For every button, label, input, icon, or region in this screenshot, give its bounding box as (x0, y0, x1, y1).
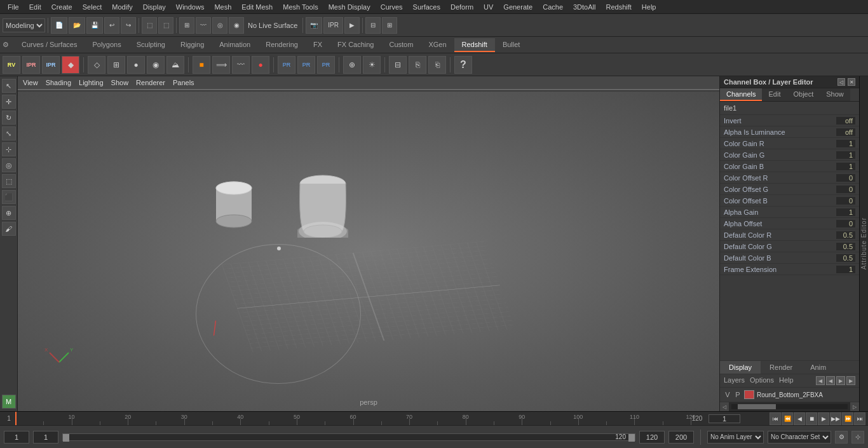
layer-p-toggle[interactable]: P (734, 391, 742, 398)
rotate-btn[interactable]: ↻ (2, 111, 16, 125)
vp-shading[interactable]: Shading (46, 79, 71, 86)
redshift-ipr-btn[interactable]: IPR (22, 56, 40, 74)
dp-subtab-help[interactable]: Help (779, 376, 794, 385)
new-scene-btn[interactable]: 📄 (51, 17, 67, 34)
torus-icon-btn[interactable]: ◉ (147, 56, 165, 74)
lasso-btn[interactable]: ⬚ (158, 17, 173, 34)
timeline-playhead[interactable] (15, 412, 17, 425)
sphere2-icon-btn[interactable]: ● (252, 56, 269, 74)
tab-sculpting[interactable]: Sculpting (129, 38, 173, 52)
lasso2-btn[interactable]: ⬛ (2, 190, 16, 204)
channel-value[interactable]: 1 (836, 151, 855, 159)
anim-end-field[interactable] (639, 431, 665, 444)
play-fwd-btn[interactable]: ▶ (818, 412, 829, 425)
anim-current-field[interactable] (33, 431, 58, 444)
tab-fx[interactable]: FX (306, 38, 330, 52)
rs-grid2-btn[interactable]: ⊟ (389, 56, 407, 74)
menu-3dtoall[interactable]: 3DtoAll (568, 2, 600, 12)
rs-import-btn[interactable]: ⎗ (428, 56, 446, 74)
save-btn[interactable]: 💾 (86, 17, 103, 34)
sphere-icon-btn[interactable]: ● (127, 56, 145, 74)
vp-show[interactable]: Show (111, 79, 129, 86)
move-btn[interactable]: ✛ (2, 95, 16, 109)
snap-curve-btn[interactable]: 〰 (196, 17, 211, 34)
layer-prev2-btn[interactable]: ◀ (826, 376, 835, 385)
anim-layer-select[interactable]: No Anim Layer (707, 431, 764, 444)
menu-surfaces[interactable]: Surfaces (408, 2, 445, 12)
workspace-select[interactable]: Modeling (3, 18, 45, 32)
bc-extra2-btn[interactable]: ⊹ (851, 431, 864, 444)
scroll-thumb[interactable] (738, 404, 776, 409)
scroll-left-btn[interactable]: ◁ (720, 402, 729, 411)
play-stop-btn[interactable]: ⏹ (806, 412, 817, 425)
tab-rigging[interactable]: Rigging (173, 38, 212, 52)
tab-redshift[interactable]: Redshift (454, 38, 495, 52)
vp-panels[interactable]: Panels (173, 79, 194, 86)
anim-total-field[interactable] (668, 431, 694, 444)
select-tool-btn[interactable]: ⬚ (142, 17, 157, 34)
channel-value[interactable]: 1 (836, 208, 855, 216)
channel-value[interactable]: 0.5 (836, 231, 855, 239)
snap-point-btn[interactable]: ◎ (212, 17, 227, 34)
menu-edit[interactable]: Edit (24, 2, 46, 12)
redshift-rv-btn[interactable]: RV (3, 56, 20, 74)
curve-icon-btn[interactable]: 〰 (232, 56, 250, 74)
channel-value[interactable]: 1 (836, 163, 855, 170)
menu-mesh[interactable]: Mesh (209, 2, 236, 12)
range-end-thumb[interactable] (628, 434, 635, 442)
play-last-btn[interactable]: ⏭ (854, 412, 865, 425)
dp-tab-render[interactable]: Render (761, 361, 801, 374)
cb-tab-channels[interactable]: Channels (720, 88, 762, 101)
tab-animation[interactable]: Animation (212, 38, 258, 52)
play-first-btn[interactable]: ⏮ (770, 412, 781, 425)
object-icon-btn[interactable]: ◇ (88, 56, 105, 74)
layer-color-swatch[interactable] (744, 390, 754, 399)
menu-redshift[interactable]: Redshift (600, 2, 636, 12)
redshift-rs-btn[interactable]: ◆ (62, 56, 79, 74)
tab-fx-caching[interactable]: FX Caching (330, 38, 381, 52)
range-slider[interactable]: 120 (62, 433, 635, 441)
dp-subtab-options[interactable]: Options (750, 376, 774, 385)
channel-value[interactable]: 0.5 (836, 254, 855, 262)
tab-xgen[interactable]: XGen (421, 38, 454, 52)
dp-subtab-layers[interactable]: Layers (724, 376, 745, 385)
scroll-right-btn[interactable]: ▷ (850, 402, 859, 411)
rs-pr3-btn[interactable]: PR (317, 56, 335, 74)
arrow-icon-btn[interactable]: ⟹ (212, 56, 230, 74)
menu-edit-mesh[interactable]: Edit Mesh (236, 2, 278, 12)
cb-close-btn[interactable]: ✕ (848, 78, 855, 86)
range-thumb[interactable] (63, 434, 69, 442)
tab-curves-surfaces[interactable]: Curves / Surfaces (14, 38, 85, 52)
menu-mesh-display[interactable]: Mesh Display (323, 2, 376, 12)
cb-tab-show[interactable]: Show (820, 88, 850, 101)
timeline[interactable]: 1 102030405060708090100110120 120 ⏮ ⏪ ◀ … (0, 411, 868, 425)
undo-btn[interactable]: ↩ (104, 17, 119, 34)
character-set-select[interactable]: No Character Set (768, 431, 831, 444)
cb-tab-edit[interactable]: Edit (762, 88, 787, 101)
scale-btn[interactable]: ⤡ (2, 126, 16, 140)
snap-surface-btn[interactable]: ◉ (229, 17, 244, 34)
ipr-btn[interactable]: IPR (323, 17, 343, 34)
tab-bullet[interactable]: Bullet (495, 38, 528, 52)
rs-pr2-btn[interactable]: PR (297, 56, 315, 74)
channel-value[interactable]: 1 (836, 140, 855, 147)
vp-lighting[interactable]: Lighting (79, 79, 104, 86)
paint-btn[interactable]: 🖌 (2, 222, 16, 236)
dish-icon-btn[interactable]: ⊕ (343, 56, 361, 74)
menu-create[interactable]: Create (46, 2, 78, 12)
grid-icon-btn[interactable]: ⊞ (107, 56, 125, 74)
redo-btn[interactable]: ↪ (121, 17, 136, 34)
menu-select[interactable]: Select (78, 2, 107, 12)
channel-value[interactable]: off (836, 128, 855, 136)
layer-next2-btn[interactable]: ▶ (846, 376, 855, 385)
channel-value[interactable]: 0 (836, 220, 855, 227)
menu-cache[interactable]: Cache (538, 2, 568, 12)
rs-export-btn[interactable]: ⎘ (409, 56, 426, 74)
channel-value[interactable]: 0.5 (836, 243, 855, 250)
layer-v-toggle[interactable]: V (724, 391, 731, 398)
timeline-ruler[interactable]: 102030405060708090100110120 (15, 412, 691, 425)
settings-icon[interactable]: ⚙ (3, 41, 9, 49)
transform-btn[interactable]: ⊹ (2, 142, 16, 156)
channel-value[interactable]: 0 (836, 186, 855, 193)
dp-tab-anim[interactable]: Anim (801, 361, 835, 374)
